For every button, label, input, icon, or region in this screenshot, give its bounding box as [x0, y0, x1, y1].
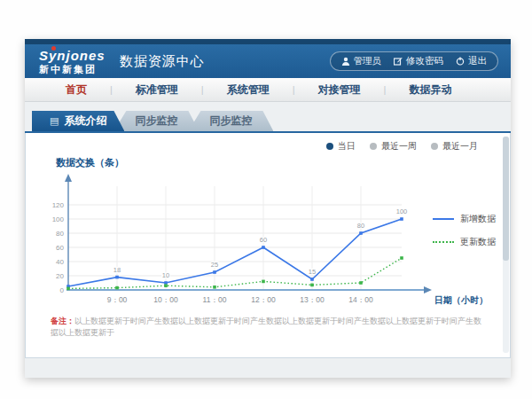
svg-text:14：00: 14：00: [348, 295, 373, 304]
svg-text:100: 100: [396, 207, 408, 215]
header-bar: Synjones 新中新集团 数据资源中心 管理员 修改密码 退出: [25, 44, 511, 78]
user-icon: [341, 57, 350, 66]
logout-button[interactable]: 退出: [456, 55, 487, 67]
radio-last-month[interactable]: 最近一月: [431, 140, 478, 153]
line-chart: 0204060801001209：0010：0011：0012：0013：001…: [42, 170, 485, 325]
radio-today-label: 当日: [338, 140, 356, 153]
svg-text:25: 25: [211, 261, 218, 269]
radio-last-week-label: 最近一周: [381, 140, 417, 153]
y-axis-title: 数据交换（条）: [56, 156, 124, 169]
svg-text:100: 100: [52, 215, 65, 223]
edit-icon: [394, 57, 403, 66]
radio-last-week[interactable]: 最近一周: [370, 140, 417, 153]
svg-text:9：00: 9：00: [107, 295, 128, 304]
svg-text:40: 40: [56, 258, 64, 266]
legend-updated-data-label: 更新数据: [460, 236, 496, 248]
chart-panel: 当日 最近一周 最近一月 数据交换（条） 0204060801001209：00…: [25, 133, 511, 358]
legend-updated-data[interactable]: 更新数据: [433, 236, 496, 248]
panel-scrollbar[interactable]: [503, 137, 509, 353]
radio-unselected-icon: [431, 143, 438, 150]
footnote-prefix: 备注：: [51, 317, 74, 325]
svg-text:80: 80: [56, 230, 64, 238]
company-logo[interactable]: Synjones 新中新集团: [39, 49, 106, 74]
main-nav: 首页 | 标准管理 | 系统管理 | 对接管理 | 数据异动: [25, 78, 511, 102]
logo-red-dot-icon: [51, 46, 56, 51]
tab-system-intro[interactable]: ▤ 系统介绍: [32, 111, 124, 131]
tab-sync-monitor-2[interactable]: 同步监控: [188, 111, 273, 131]
admin-user-label: 管理员: [354, 55, 382, 67]
svg-text:60: 60: [56, 244, 64, 252]
radio-last-month-label: 最近一月: [442, 140, 478, 153]
svg-text:0: 0: [60, 286, 65, 294]
tab-sync-monitor-2-label: 同步监控: [209, 113, 252, 129]
document-icon: ▤: [50, 115, 59, 127]
svg-text:日期（小时）: 日期（小时）: [434, 295, 485, 305]
legend-new-data[interactable]: 新增数据: [433, 213, 496, 225]
svg-text:120: 120: [52, 201, 65, 209]
svg-text:18: 18: [113, 266, 121, 274]
nav-item-home[interactable]: 首页: [43, 82, 110, 98]
svg-text:60: 60: [260, 236, 267, 244]
radio-today[interactable]: 当日: [326, 140, 356, 153]
content-area: ▤ 系统介绍 同步监控 同步监控 当日 最近一周: [25, 102, 511, 378]
range-filter-group: 当日 最近一周 最近一月: [326, 140, 478, 153]
admin-user-button[interactable]: 管理员: [341, 55, 382, 67]
tab-sync-monitor-1-label: 同步监控: [135, 113, 177, 129]
svg-text:15: 15: [309, 268, 316, 276]
nav-item-interface-mgmt[interactable]: 对接管理: [295, 82, 384, 98]
logout-label: 退出: [468, 55, 487, 67]
chart-legend: 新增数据 更新数据: [433, 213, 496, 248]
nav-item-data-change[interactable]: 数据异动: [386, 82, 474, 98]
svg-text:10: 10: [162, 271, 169, 279]
change-password-label: 修改密码: [406, 55, 443, 67]
power-icon: [456, 57, 465, 66]
footnote: 备注：以上数据更新于时间产生数据以上数据更新于时间产生数据以上数据更新于时间产生…: [51, 316, 483, 338]
app-window: Synjones 新中新集团 数据资源中心 管理员 修改密码 退出: [25, 39, 511, 378]
green-dotted-line-icon: [433, 241, 454, 243]
logo-sub-text: 新中新集团: [39, 65, 106, 74]
data-exchange-chart-svg: 0204060801001209：0010：0011：0012：0013：001…: [42, 170, 485, 321]
scrollbar-thumb[interactable]: [503, 137, 509, 261]
user-toolbar: 管理员 修改密码 退出: [330, 51, 499, 71]
change-password-button[interactable]: 修改密码: [394, 55, 443, 67]
svg-text:12：00: 12：00: [251, 295, 276, 304]
page-title: 数据资源中心: [120, 53, 205, 70]
svg-text:20: 20: [56, 272, 64, 280]
nav-item-standard-mgmt[interactable]: 标准管理: [113, 82, 201, 98]
legend-new-data-label: 新增数据: [460, 213, 496, 225]
tab-sync-monitor-1[interactable]: 同步监控: [113, 111, 199, 131]
radio-unselected-icon: [370, 143, 377, 150]
blue-line-icon: [433, 218, 454, 220]
logo-main-text: Synjones: [39, 49, 106, 62]
tab-system-intro-label: 系统介绍: [64, 113, 106, 129]
nav-item-system-mgmt[interactable]: 系统管理: [204, 82, 293, 98]
footnote-text: 以上数据更新于时间产生数据以上数据更新于时间产生数据以上数据更新于时间产生数据以…: [51, 317, 481, 337]
svg-text:10：00: 10：00: [153, 295, 178, 304]
radio-selected-icon: [326, 143, 333, 150]
svg-text:11：00: 11：00: [203, 295, 227, 304]
svg-text:80: 80: [357, 222, 364, 230]
tab-bar: ▤ 系统介绍 同步监控 同步监控: [32, 111, 273, 131]
svg-text:13：00: 13：00: [300, 295, 325, 304]
